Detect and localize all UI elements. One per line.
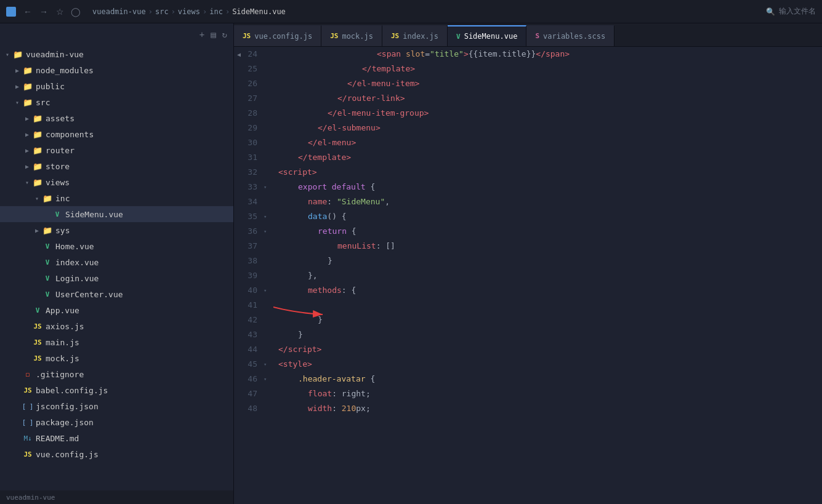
breadcrumb-file[interactable]: SideMenu.vue <box>232 7 286 16</box>
sidebar-item-views[interactable]: ▾ 📁 views <box>0 174 233 190</box>
fold-toggle-button[interactable]: ◀ <box>234 47 244 62</box>
sidebar-item-label: axios.js <box>46 322 84 331</box>
sidebar-item-index-vue[interactable]: ▶ V index.vue <box>0 254 233 270</box>
code-line-40: methods: { <box>278 283 822 298</box>
sidebar-item-label: index.vue <box>55 258 99 267</box>
breadcrumb-inc[interactable]: inc <box>209 7 223 16</box>
sidebar-item-label: package.json <box>36 418 94 427</box>
new-file-icon[interactable]: + <box>198 28 206 41</box>
fold-indicator-43 <box>264 327 273 342</box>
fold-arrow-35[interactable]: ▾ <box>264 214 267 220</box>
folder-icon: 📁 <box>22 66 33 75</box>
code-line-34: name: "SideMenu", <box>278 194 822 209</box>
sidebar-item-inc[interactable]: ▾ 📁 inc <box>0 190 233 206</box>
nav-forward-button[interactable]: → <box>37 5 50 18</box>
line-num-48: 48 <box>234 401 257 416</box>
main-area: + ▤ ↻ ▾ 📁 vueadmin-vue ▶ 📁 node_modules … <box>0 23 822 504</box>
code-line-39: }, <box>278 268 822 283</box>
bookmark-button[interactable]: ☆ <box>53 5 66 18</box>
fold-arrow-45[interactable]: ▾ <box>264 361 267 367</box>
arrow-icon: ▶ <box>12 67 22 74</box>
sidebar-item-public[interactable]: ▶ 📁 public <box>0 78 233 94</box>
arrow-icon: ▶ <box>12 83 22 90</box>
tab-bar: JS vue.config.js JS mock.js JS index.js … <box>234 23 822 47</box>
js-tab-icon: JS <box>330 32 338 40</box>
breadcrumb-views[interactable]: views <box>178 7 200 16</box>
sidebar-item-vueadmin-vue[interactable]: ▾ 📁 vueadmin-vue <box>0 46 233 62</box>
line-num-35: 35 <box>234 209 257 224</box>
fold-indicator-33[interactable]: ▾ <box>264 180 273 194</box>
tab-variables-scss[interactable]: S variables.scss <box>526 25 614 46</box>
line-num-34: 34 <box>234 194 257 209</box>
tab-vue-config-js[interactable]: JS vue.config.js <box>234 25 321 46</box>
code-line-29: </el-submenu> <box>278 121 822 135</box>
sidebar-item-jsconfig-json[interactable]: ▶ [ ] jsconfig.json <box>0 398 233 414</box>
js-file-icon: JS <box>32 338 43 346</box>
sidebar-item-label: App.vue <box>46 306 79 315</box>
sidebar-item-mock-js[interactable]: ▶ JS mock.js <box>0 350 233 366</box>
sidebar-item-label: inc <box>55 194 70 203</box>
sidebar-item-label: assets <box>46 114 75 123</box>
json-file-icon: [ ] <box>22 419 33 426</box>
fold-indicator-46[interactable]: ▾ <box>264 372 273 386</box>
sidebar-item-UserCenter-vue[interactable]: ▶ V UserCenter.vue <box>0 286 233 302</box>
fold-indicator-25 <box>264 62 273 76</box>
fold-indicator-45[interactable]: ▾ <box>264 357 273 372</box>
sidebar-item-components[interactable]: ▶ 📁 components <box>0 126 233 142</box>
fold-indicator-35[interactable]: ▾ <box>264 209 273 224</box>
sidebar-item-sys[interactable]: ▶ 📁 sys <box>0 222 233 238</box>
sidebar-item-router[interactable]: ▶ 📁 router <box>0 142 233 158</box>
sidebar-item-src[interactable]: ▾ 📁 src <box>0 94 233 110</box>
tab-SideMenu-vue[interactable]: V SideMenu.vue <box>448 25 526 46</box>
breadcrumb-root[interactable]: vueadmin-vue <box>92 7 146 16</box>
sidebar-item-gitignore[interactable]: ▶ ◻ .gitignore <box>0 366 233 382</box>
sidebar-item-label: SideMenu.vue <box>65 210 123 219</box>
fold-indicator-28 <box>264 106 273 121</box>
sidebar-item-axios-js[interactable]: ▶ JS axios.js <box>0 318 233 334</box>
line-num-29: 29 <box>234 121 257 135</box>
sidebar-item-README-md[interactable]: ▶ M↓ README.md <box>0 430 233 446</box>
fold-arrow-36[interactable]: ▾ <box>264 228 267 234</box>
folder-icon: 📁 <box>42 226 53 235</box>
breadcrumb-src[interactable]: src <box>155 7 169 16</box>
sidebar-item-node_modules[interactable]: ▶ 📁 node_modules <box>0 62 233 78</box>
refresh-icon[interactable]: ↻ <box>221 28 228 41</box>
folder-icon: 📁 <box>32 146 43 155</box>
tab-mock-js[interactable]: JS mock.js <box>321 25 382 46</box>
sidebar-item-label: README.md <box>36 434 79 443</box>
history-button[interactable]: ◯ <box>69 5 83 18</box>
fold-indicator-36[interactable]: ▾ <box>264 224 273 239</box>
search-icon: 🔍 <box>766 7 775 16</box>
tab-index-js[interactable]: JS index.js <box>382 25 448 46</box>
fold-indicator-31 <box>264 150 273 165</box>
code-line-25: </template> <box>278 62 822 76</box>
sidebar-item-vue-config-js[interactable]: ▶ JS vue.config.js <box>0 446 233 462</box>
search-placeholder[interactable]: 输入文件名 <box>779 6 816 17</box>
sidebar-item-package-json[interactable]: ▶ [ ] package.json <box>0 414 233 430</box>
fold-indicator-40[interactable]: ▾ <box>264 283 273 298</box>
sidebar-item-babel-config-js[interactable]: ▶ JS babel.config.js <box>0 382 233 398</box>
folder-icon: 📁 <box>32 130 43 139</box>
sidebar-item-SideMenu-vue[interactable]: ▶ V SideMenu.vue <box>0 206 233 222</box>
code-line-27: </router-link> <box>278 91 822 106</box>
new-folder-icon[interactable]: ▤ <box>209 28 217 41</box>
folder-icon: 📁 <box>32 114 43 123</box>
sidebar-item-store[interactable]: ▶ 📁 store <box>0 158 233 174</box>
fold-arrow-46[interactable]: ▾ <box>264 376 267 382</box>
fold-indicator-32 <box>264 165 273 180</box>
tab-label: SideMenu.vue <box>464 32 518 41</box>
fold-arrow-40[interactable]: ▾ <box>264 287 267 294</box>
folder-icon: 📁 <box>32 162 43 171</box>
sidebar-item-label: vueadmin-vue <box>26 50 84 59</box>
sidebar-item-Home-vue[interactable]: ▶ V Home.vue <box>0 238 233 254</box>
nav-back-button[interactable]: ← <box>21 5 34 18</box>
code-line-35: data() { <box>278 209 822 224</box>
tab-label: vue.config.js <box>254 32 312 41</box>
folder-icon: 📁 <box>22 98 33 107</box>
line-num-26: 26 <box>234 76 257 91</box>
fold-arrow-33[interactable]: ▾ <box>264 184 267 190</box>
sidebar-item-main-js[interactable]: ▶ JS main.js <box>0 334 233 350</box>
sidebar-item-App-vue[interactable]: ▶ V App.vue <box>0 302 233 318</box>
sidebar-item-Login-vue[interactable]: ▶ V Login.vue <box>0 270 233 286</box>
sidebar-item-assets[interactable]: ▶ 📁 assets <box>0 110 233 126</box>
